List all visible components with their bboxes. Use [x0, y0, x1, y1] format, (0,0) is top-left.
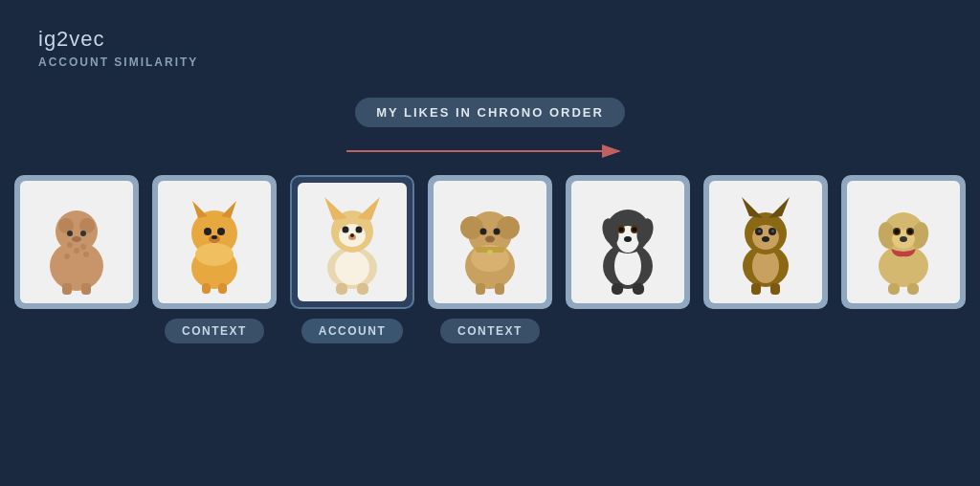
dog-card-inner-2 — [158, 181, 271, 303]
main-content: MY LIKES IN CHRONO ORDER — [0, 78, 980, 343]
svg-rect-87 — [888, 283, 900, 295]
svg-rect-76 — [770, 283, 780, 295]
dog-illustration-6 — [723, 189, 809, 295]
svg-rect-88 — [907, 283, 919, 295]
svg-point-20 — [204, 228, 212, 235]
svg-point-11 — [74, 248, 79, 254]
dog-card-2[interactable] — [152, 175, 277, 309]
dog-card-6[interactable] — [703, 175, 828, 309]
svg-point-41 — [460, 216, 483, 239]
svg-rect-62 — [612, 283, 623, 295]
header-section: MY LIKES IN CHRONO ORDER — [346, 98, 634, 162]
svg-point-59 — [624, 236, 632, 242]
account-badge-3[interactable]: ACCOUNT — [301, 319, 404, 343]
card-wrapper-5 — [566, 175, 690, 309]
svg-rect-63 — [633, 283, 644, 295]
chrono-label-container: MY LIKES IN CHRONO ORDER — [355, 98, 625, 127]
cards-row: CONTEXT — [0, 175, 980, 343]
svg-point-9 — [67, 242, 73, 248]
svg-point-48 — [487, 250, 493, 255]
svg-point-73 — [771, 230, 774, 232]
svg-point-57 — [619, 228, 624, 232]
svg-point-45 — [485, 236, 495, 243]
dog-card-1[interactable] — [14, 175, 139, 309]
svg-point-72 — [758, 230, 761, 232]
svg-point-86 — [900, 236, 907, 242]
app-header: ig2vec ACCOUNT SIMILARITY — [0, 0, 980, 78]
arrow-wrapper — [346, 141, 634, 162]
svg-rect-50 — [495, 283, 504, 295]
card-wrapper-7 — [841, 175, 966, 309]
dog-card-inner-6 — [709, 181, 822, 303]
svg-rect-26 — [218, 283, 227, 294]
svg-rect-14 — [62, 283, 72, 295]
svg-point-7 — [80, 231, 86, 236]
svg-point-10 — [80, 244, 86, 250]
svg-point-34 — [356, 227, 363, 233]
dog-card-inner-4 — [434, 181, 546, 303]
dog-illustration-1 — [33, 189, 120, 295]
svg-rect-25 — [202, 283, 211, 294]
svg-point-58 — [633, 228, 637, 232]
dog-card-inner-3 — [298, 183, 407, 301]
svg-point-36 — [350, 233, 354, 237]
svg-point-43 — [480, 229, 487, 235]
card-wrapper-6 — [703, 175, 828, 309]
chrono-label: MY LIKES IN CHRONO ORDER — [355, 98, 625, 127]
app-container: ig2vec ACCOUNT SIMILARITY MY LIKES IN CH… — [0, 0, 980, 343]
svg-point-33 — [343, 227, 349, 233]
dog-card-7[interactable] — [841, 175, 966, 309]
svg-point-8 — [72, 236, 81, 242]
dog-illustration-5 — [585, 189, 671, 295]
dog-illustration-4 — [447, 189, 533, 295]
svg-marker-18 — [192, 201, 208, 218]
context-badge-4[interactable]: CONTEXT — [440, 319, 540, 343]
svg-point-85 — [908, 230, 913, 234]
dog-card-4[interactable] — [428, 175, 552, 309]
svg-rect-15 — [81, 283, 91, 295]
dog-card-inner-7 — [847, 181, 960, 303]
svg-point-44 — [494, 229, 501, 235]
card-wrapper-4: CONTEXT — [428, 175, 552, 343]
svg-point-28 — [335, 251, 369, 285]
dog-card-3[interactable] — [290, 175, 414, 309]
svg-point-13 — [83, 252, 89, 257]
svg-point-21 — [217, 228, 225, 235]
timeline-arrow — [346, 141, 634, 162]
dog-illustration-2 — [171, 189, 257, 295]
svg-point-23 — [212, 235, 217, 239]
svg-rect-49 — [476, 283, 485, 295]
app-subtitle: ACCOUNT SIMILARITY — [38, 55, 942, 69]
svg-rect-75 — [751, 283, 761, 295]
svg-point-42 — [497, 216, 520, 239]
card-wrapper-2: CONTEXT — [152, 175, 277, 343]
svg-marker-30 — [324, 197, 347, 220]
app-title: ig2vec — [38, 27, 942, 52]
context-badge-2[interactable]: CONTEXT — [165, 319, 264, 343]
svg-rect-38 — [357, 283, 368, 295]
dog-illustration-7 — [860, 189, 947, 295]
svg-point-24 — [195, 243, 234, 266]
svg-marker-31 — [357, 197, 380, 220]
svg-marker-19 — [221, 201, 236, 218]
card-wrapper-1 — [14, 175, 139, 309]
dog-card-5[interactable] — [566, 175, 690, 309]
dog-card-inner-5 — [571, 181, 684, 303]
svg-point-84 — [895, 230, 900, 234]
dog-illustration-3 — [309, 189, 395, 295]
svg-point-6 — [67, 231, 73, 236]
svg-rect-37 — [336, 283, 347, 295]
svg-point-74 — [762, 236, 769, 242]
dog-card-inner-1 — [20, 181, 133, 303]
card-wrapper-3: ACCOUNT — [290, 175, 414, 343]
svg-point-12 — [64, 254, 70, 259]
